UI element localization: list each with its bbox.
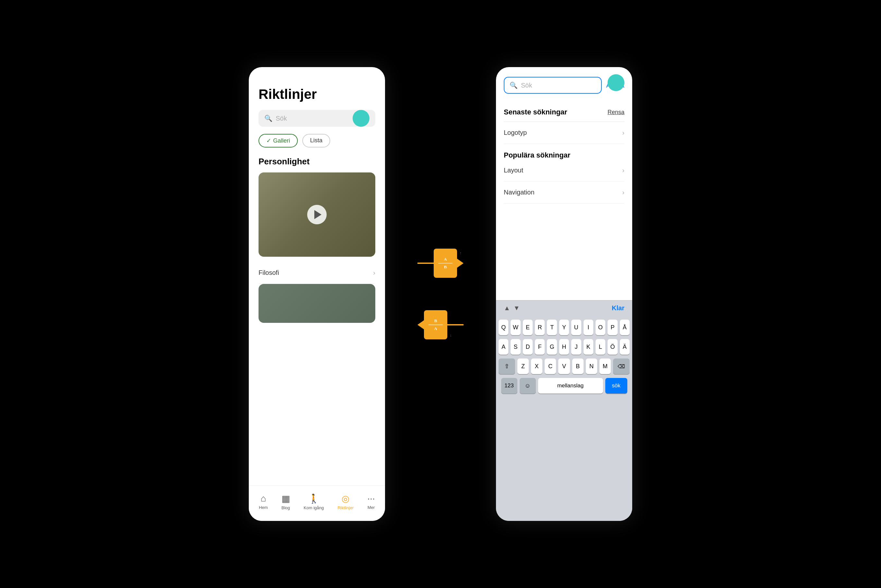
filter-tabs: ✓ Galleri Lista	[259, 134, 375, 147]
key-s[interactable]: S	[511, 339, 520, 355]
search-bar-left[interactable]: 🔍 Sök	[259, 110, 375, 127]
keyboard-row-2: A S D F G H J K L Ö Ä	[499, 339, 630, 355]
navigation-chevron: ›	[622, 189, 624, 196]
badge-top-letter-b: B	[444, 264, 447, 270]
key-o[interactable]: O	[595, 320, 605, 335]
badge-bottom-letter-a: A	[434, 326, 437, 331]
badge-top-letter-a: A	[444, 257, 447, 262]
badge-bottom-line	[428, 324, 443, 325]
key-h[interactable]: H	[559, 339, 569, 355]
connector-area: A B ↑ B A ↓	[418, 249, 463, 339]
connector-top: A B ↑	[418, 249, 463, 278]
kom-igang-icon: 🚶	[308, 494, 320, 504]
list-item-filosofi[interactable]: Filosofi ›	[259, 262, 375, 284]
filter-galleri[interactable]: ✓ Galleri	[259, 134, 298, 147]
search-input-placeholder: Sök	[521, 82, 596, 89]
nav-riktlinjer[interactable]: ◎ Riktlinjer	[337, 494, 353, 510]
keyboard-nav-arrows: ▲ ▼	[504, 304, 520, 312]
nav-kom-igang[interactable]: 🚶 Kom igång	[304, 494, 324, 510]
delete-key[interactable]: ⌫	[613, 358, 630, 374]
popular-item-layout[interactable]: Layout ›	[504, 159, 624, 182]
nav-riktlinjer-label: Riktlinjer	[337, 506, 353, 510]
keyboard-nav-bar: ▲ ▼ Klar	[496, 300, 632, 316]
key-q[interactable]: Q	[499, 320, 508, 335]
key-oe[interactable]: Ö	[607, 339, 617, 355]
key-ae[interactable]: Ä	[620, 339, 630, 355]
done-button[interactable]: Klar	[612, 304, 624, 312]
key-g[interactable]: G	[547, 339, 556, 355]
arrow-left	[418, 320, 424, 329]
key-j[interactable]: J	[571, 339, 581, 355]
emoji-key[interactable]: ☺	[520, 378, 536, 393]
numbers-key[interactable]: 123	[501, 378, 517, 393]
search-key[interactable]: sök	[605, 378, 627, 393]
riktlinjer-icon: ◎	[341, 494, 349, 504]
teal-indicator	[353, 110, 370, 127]
search-input-icon: 🔍	[510, 81, 518, 89]
layout-label: Layout	[504, 166, 523, 174]
key-b[interactable]: B	[572, 358, 583, 374]
key-z[interactable]: Z	[517, 358, 529, 374]
mer-icon: ···	[367, 494, 375, 504]
key-aa[interactable]: Å	[620, 320, 630, 335]
badge-bottom: B A ↓	[424, 310, 447, 339]
search-placeholder-left: Sök	[276, 115, 287, 122]
nav-mer[interactable]: ··· Mer	[367, 494, 375, 510]
up-arrow-top: ↑	[460, 250, 462, 255]
key-y[interactable]: Y	[559, 320, 569, 335]
clear-button[interactable]: Rensa	[607, 109, 624, 116]
key-m[interactable]: M	[600, 358, 611, 374]
filter-lista-label: Lista	[310, 137, 322, 144]
nav-blog-label: Blog	[281, 506, 290, 510]
key-w[interactable]: W	[511, 320, 520, 335]
logotyp-label: Logotyp	[504, 129, 527, 136]
item-label-filosofi: Filosofi	[259, 269, 279, 276]
home-icon: ⌂	[260, 494, 266, 504]
nav-hem-label: Hem	[259, 505, 268, 510]
recent-section-label: Senaste sökningar	[504, 108, 567, 116]
key-f[interactable]: F	[535, 339, 545, 355]
right-phone-screen: 🔍 Sök Avbryt Senaste sökningar Rensa Log…	[496, 67, 632, 521]
key-x[interactable]: X	[531, 358, 542, 374]
badge-line	[438, 263, 453, 264]
key-i[interactable]: I	[583, 320, 593, 335]
recent-searches-header: Senaste sökningar Rensa	[504, 103, 624, 122]
recent-item-logotyp[interactable]: Logotyp ›	[504, 122, 624, 144]
search-input-box[interactable]: 🔍 Sök	[504, 77, 602, 94]
key-l[interactable]: L	[595, 339, 605, 355]
search-icon: 🔍	[265, 114, 272, 122]
page-title: Riktlinjer	[259, 87, 375, 102]
search-row: 🔍 Sök Avbryt	[504, 77, 624, 94]
key-r[interactable]: R	[535, 320, 545, 335]
line-left-top	[418, 262, 434, 264]
blog-icon: ▦	[281, 494, 290, 504]
nav-blog[interactable]: ▦ Blog	[281, 494, 290, 510]
keyboard-row-3: ⇧ Z X C V B N M ⌫	[499, 358, 630, 374]
partial-thumbnail	[259, 284, 375, 323]
key-u[interactable]: U	[571, 320, 581, 335]
section-personlighet: Personlighet	[259, 156, 375, 166]
space-key[interactable]: mellanslag	[538, 378, 603, 393]
popular-item-navigation[interactable]: Navigation ›	[504, 182, 624, 204]
popular-section-title: Populära sökningar	[504, 144, 624, 159]
key-v[interactable]: V	[558, 358, 570, 374]
nav-hem[interactable]: ⌂ Hem	[259, 494, 268, 510]
logotyp-chevron: ›	[622, 129, 624, 136]
key-c[interactable]: C	[545, 358, 556, 374]
badge-top: A B ↑	[434, 249, 457, 278]
down-arrow-key[interactable]: ▼	[514, 304, 520, 312]
user-avatar	[607, 74, 624, 91]
filter-lista[interactable]: Lista	[302, 134, 330, 147]
video-card[interactable]	[259, 172, 375, 257]
up-arrow-key[interactable]: ▲	[504, 304, 510, 312]
shift-key[interactable]: ⇧	[499, 358, 515, 374]
keyboard-row-1: Q W E R T Y U I O P Å	[499, 320, 630, 335]
key-n[interactable]: N	[586, 358, 597, 374]
key-k[interactable]: K	[583, 339, 593, 355]
play-button[interactable]	[307, 205, 327, 224]
key-a[interactable]: A	[499, 339, 508, 355]
key-d[interactable]: D	[523, 339, 533, 355]
key-p[interactable]: P	[607, 320, 617, 335]
key-t[interactable]: T	[547, 320, 556, 335]
key-e[interactable]: E	[523, 320, 533, 335]
